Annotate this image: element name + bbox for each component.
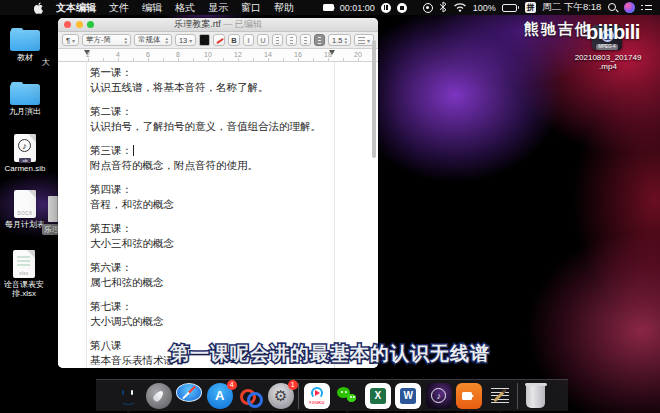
spotlight-search-icon[interactable]: [607, 2, 618, 13]
screen-record-menu-icon[interactable]: [423, 3, 433, 13]
zoom-button[interactable]: [87, 21, 94, 28]
status-cluster: 00:01:00 100% 拼 周二 下午8:18: [323, 1, 652, 15]
menu-item-6[interactable]: 窗口: [241, 1, 261, 15]
line-spacing-select[interactable]: 1.5▴▾: [328, 34, 351, 46]
desktop-icon-carmen-sib[interactable]: ♪sibCarmen.sib: [3, 134, 47, 173]
desktop-icon-folder-jiaocai[interactable]: 教材: [3, 26, 47, 62]
youku-label: YOUKU: [309, 400, 325, 405]
line-text: 第三课：: [90, 144, 132, 156]
notification-badge: 4: [227, 380, 237, 390]
desktop-icon-schedule-xlsx[interactable]: xlsx诠音课表安排.xlsx: [2, 250, 46, 298]
battery-icon[interactable]: [502, 4, 520, 12]
document-text-area[interactable]: 第一课：认识五线谱，将基本音符，名称了解。第二课：认识拍号，了解拍号的意义，音值…: [58, 62, 378, 368]
desktop-icon-monthly-plan-docx[interactable]: DOCX每月计划表: [3, 190, 47, 229]
chevron-down-icon: ▾: [72, 37, 75, 44]
stepper-icon: ▴▾: [344, 36, 347, 44]
bluetooth-icon[interactable]: [439, 1, 447, 15]
dock-youku[interactable]: YOUKU: [304, 383, 330, 409]
vertical-scrollbar[interactable]: [372, 40, 376, 158]
play-ring-icon: [311, 387, 323, 399]
text-color-well[interactable]: [199, 34, 210, 46]
spreadsheet-grid-icon: [17, 256, 30, 266]
dock-sibelius[interactable]: ♪: [426, 383, 452, 409]
paragraph-styles-button[interactable]: ¶▾: [62, 34, 79, 46]
dock-launchpad[interactable]: [146, 383, 172, 409]
desktop-icon-folder-jiuyue-yanchu[interactable]: 九月演出: [3, 80, 47, 116]
format-tag: MPEG-4: [596, 44, 618, 50]
excel-letter: X: [370, 388, 386, 404]
align-right-button[interactable]: [300, 34, 311, 46]
file-ext-label: DOCX: [14, 211, 36, 216]
apple-logo-icon[interactable]: [34, 2, 44, 14]
window-title: 乐理教案.rtf — 已编辑: [58, 18, 378, 31]
notification-list-icon[interactable]: [641, 5, 652, 11]
dock-safari[interactable]: [176, 383, 202, 409]
line-text: 认识拍号，了解拍号的意义，音值组合法的理解。: [90, 120, 321, 132]
ruler-number: 8: [176, 51, 180, 58]
safari-compass-icon: [176, 383, 202, 402]
list-style-select[interactable]: ▾: [354, 34, 374, 46]
menu-item-2[interactable]: 文件: [109, 1, 129, 15]
input-method-icon[interactable]: 拼: [525, 2, 536, 13]
ruler-number: 12: [234, 51, 242, 58]
text-highlight-pen-icon[interactable]: [213, 34, 225, 46]
bold-button[interactable]: B: [228, 34, 240, 46]
sib-file-tag: sib: [19, 158, 31, 163]
siri-icon[interactable]: [624, 2, 635, 13]
dock-excel[interactable]: X: [365, 383, 391, 409]
pause-recording-icon[interactable]: [381, 3, 391, 13]
line-text: 第二课：: [90, 105, 132, 117]
dock-trash[interactable]: [523, 383, 549, 409]
dock-word[interactable]: W: [395, 383, 421, 409]
menu-item-3[interactable]: 编辑: [142, 1, 162, 15]
menu-item-4[interactable]: 格式: [175, 1, 195, 15]
desktop-icon-label: 每月计划表: [3, 220, 47, 229]
menu-item-7[interactable]: 帮助: [274, 1, 294, 15]
window-title-bar[interactable]: 乐理教案.rtf — 已编辑: [58, 18, 378, 32]
align-center-button[interactable]: [286, 34, 297, 46]
minimize-button[interactable]: [76, 21, 83, 28]
dock-rings-app[interactable]: [237, 383, 263, 409]
music-note-icon: ♪: [18, 139, 31, 152]
font-size-select[interactable]: 13▾: [175, 34, 196, 46]
compass-needle-icon: [182, 385, 196, 399]
dock-system-preferences[interactable]: ⚙1: [268, 383, 294, 409]
menu-item-1[interactable]: 文本编辑: [56, 1, 96, 15]
line-text: 第五课：: [90, 222, 132, 234]
close-button[interactable]: [64, 21, 71, 28]
menu-item-5[interactable]: 显示: [208, 1, 228, 15]
edited-indicator: — 已编辑: [223, 19, 262, 29]
ruler-number: 6: [146, 51, 150, 58]
desktop-icon-label: 诠音课表安排.xlsx: [2, 280, 46, 298]
desktop-icon-label: Carmen.sib: [3, 164, 47, 173]
font-family-select[interactable]: 苹方-简▴▾: [82, 34, 131, 46]
dock-screen-recorder[interactable]: [456, 383, 482, 409]
ruler-number: 14: [264, 51, 272, 58]
ruler-number: 18: [324, 51, 332, 58]
menu-clock[interactable]: 周二 下午8:18: [542, 1, 601, 14]
dock-textedit[interactable]: [487, 383, 513, 409]
stepper-icon: ▴▾: [124, 36, 127, 44]
ruler-number: 10: [204, 51, 212, 58]
ruler-number: 2: [86, 51, 90, 58]
align-left-button[interactable]: [272, 34, 283, 46]
text-cursor: [133, 145, 134, 156]
dock-wechat[interactable]: [334, 383, 360, 409]
dock-finder[interactable]: [115, 383, 141, 409]
desktop-screen: 文本编辑文件编辑格式显示窗口帮助 00:01:00 100% 拼 周二 下午8:…: [0, 0, 660, 413]
align-justify-button[interactable]: [314, 34, 325, 46]
clef-ring-icon: ♪: [431, 388, 446, 403]
wifi-icon[interactable]: [453, 2, 467, 14]
italic-button[interactable]: I: [243, 34, 254, 46]
ruler: 2468101214161820: [58, 49, 378, 62]
battery-percent: 100%: [473, 3, 496, 13]
video-subtitle: 第一课呢会讲的最基本的认识无线谱: [0, 341, 660, 367]
file-icon: ♪sib: [14, 134, 36, 162]
underline-button[interactable]: U: [257, 34, 269, 46]
dock-app-store[interactable]: A4: [207, 383, 233, 409]
stop-recording-icon[interactable]: [397, 3, 407, 13]
folder-icon: [10, 30, 40, 51]
typeface-select[interactable]: 常规体▴▾: [134, 34, 172, 46]
line-text: 第四课：: [90, 183, 132, 195]
file-ext-label: xlsx: [13, 271, 35, 276]
